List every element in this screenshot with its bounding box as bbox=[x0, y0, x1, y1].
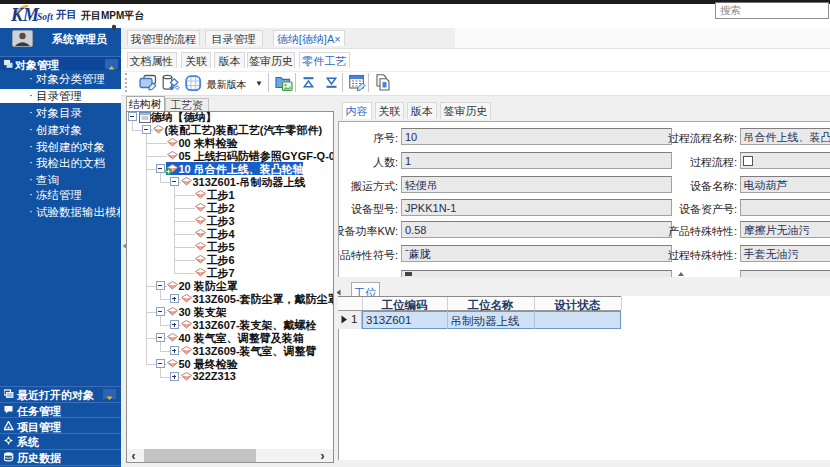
svg-text:Soft: Soft bbox=[37, 12, 53, 22]
svg-text:KM: KM bbox=[11, 5, 40, 25]
